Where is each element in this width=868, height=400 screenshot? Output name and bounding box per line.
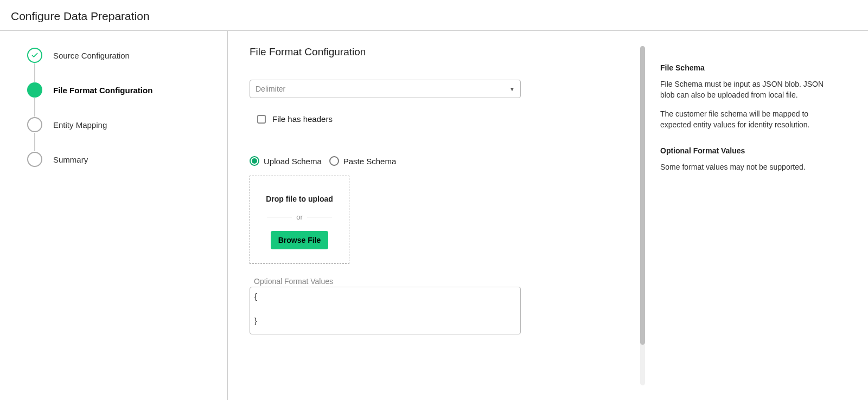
info-heading-file-schema: File Schema (660, 63, 834, 72)
step-connector (34, 133, 35, 151)
browse-file-button[interactable]: Browse File (271, 231, 329, 249)
step-label: File Format Configuration (53, 86, 152, 95)
form-title: File Format Configuration (250, 46, 618, 58)
delimiter-select-wrap: Delimiter ▼ (250, 80, 618, 98)
form-area: File Format Configuration Delimiter ▼ Fi… (228, 31, 640, 400)
radio-selected-icon (250, 156, 259, 166)
radio-unselected-icon (329, 156, 339, 166)
step-label: Entity Mapping (53, 120, 107, 130)
step-file-format-configuration[interactable]: File Format Configuration (27, 82, 216, 98)
step-label: Summary (53, 155, 88, 164)
main-content: File Format Configuration Delimiter ▼ Fi… (228, 31, 868, 400)
info-paragraph: Some format values may not be supported. (660, 162, 834, 172)
scrollbar[interactable] (640, 46, 645, 385)
info-heading-optional: Optional Format Values (660, 146, 834, 155)
info-paragraph: The customer file schema will be mapped … (660, 108, 834, 131)
or-text: or (296, 213, 303, 221)
caret-down-icon: ▼ (509, 86, 515, 92)
file-has-headers-row: File has headers (257, 114, 618, 124)
or-divider: or (256, 213, 343, 221)
file-has-headers-checkbox[interactable] (257, 115, 266, 124)
file-has-headers-label: File has headers (272, 114, 333, 124)
page-title: Configure Data Preparation (11, 10, 857, 23)
info-panel: File Schema File Schema must be input as… (645, 31, 849, 400)
body: Source Configuration File Format Configu… (0, 31, 868, 400)
upload-schema-label: Upload Schema (264, 157, 322, 166)
delimiter-placeholder: Delimiter (256, 85, 285, 93)
pending-step-icon (27, 117, 42, 132)
step-connector (34, 98, 35, 117)
step-source-configuration[interactable]: Source Configuration (27, 47, 216, 63)
page-header: Configure Data Preparation (0, 0, 868, 31)
checkmark-icon (27, 48, 42, 63)
paste-schema-label: Paste Schema (343, 157, 397, 166)
info-paragraph: File Schema must be input as JSON blob. … (660, 79, 834, 101)
step-summary[interactable]: Summary (27, 151, 216, 167)
optional-format-values-textarea[interactable] (250, 287, 521, 334)
scrollbar-thumb[interactable] (640, 46, 645, 345)
paste-schema-radio[interactable]: Paste Schema (329, 156, 397, 166)
delimiter-select[interactable]: Delimiter ▼ (250, 80, 521, 98)
dropzone-title: Drop file to upload (256, 195, 343, 203)
optional-format-values-label: Optional Format Values (254, 277, 618, 286)
steps-sidebar: Source Configuration File Format Configu… (0, 31, 228, 400)
step-entity-mapping[interactable]: Entity Mapping (27, 117, 216, 133)
upload-schema-radio[interactable]: Upload Schema (250, 156, 322, 166)
file-dropzone[interactable]: Drop file to upload or Browse File (250, 176, 349, 264)
schema-method-radio-row: Upload Schema Paste Schema (250, 156, 618, 166)
active-step-icon (27, 82, 42, 98)
step-connector (34, 63, 35, 82)
pending-step-icon (27, 152, 42, 167)
step-label: Source Configuration (53, 51, 130, 60)
